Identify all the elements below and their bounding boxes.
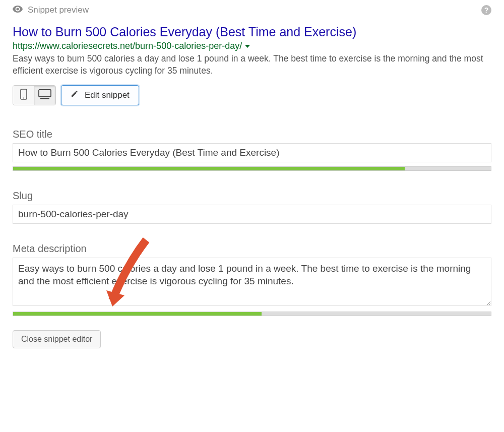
seo-title-progress-fill <box>13 167 405 170</box>
slug-input[interactable] <box>13 205 491 224</box>
preview-url-row[interactable]: https://www.caloriesecrets.net/burn-500-… <box>13 41 491 51</box>
pencil-icon <box>71 90 79 100</box>
seo-title-field: SEO title <box>13 129 491 171</box>
svg-point-2 <box>23 97 24 98</box>
edit-snippet-button[interactable]: Edit snippet <box>61 85 139 105</box>
caret-down-icon <box>245 45 250 48</box>
edit-snippet-label: Edit snippet <box>85 90 130 100</box>
snippet-preview-block: How to Burn 500 Calories Everyday (Best … <box>13 24 491 77</box>
seo-title-input[interactable] <box>13 143 491 162</box>
desktop-view-button[interactable] <box>34 86 55 105</box>
mobile-icon <box>20 89 27 101</box>
seo-title-label: SEO title <box>13 129 491 140</box>
help-icon[interactable]: ? <box>481 5 491 15</box>
close-snippet-editor-button[interactable]: Close snippet editor <box>13 330 101 348</box>
svg-rect-3 <box>39 90 51 97</box>
meta-description-label: Meta description <box>13 243 491 255</box>
meta-description-progress <box>13 312 491 316</box>
desktop-icon <box>38 89 51 101</box>
preview-description[interactable]: Easy ways to burn 500 calories a day and… <box>13 53 491 77</box>
meta-description-input[interactable] <box>13 258 491 306</box>
preview-title[interactable]: How to Burn 500 Calories Everyday (Best … <box>13 24 491 40</box>
meta-description-progress-fill <box>13 312 262 316</box>
preview-controls: Edit snippet <box>13 85 491 105</box>
svg-point-0 <box>16 8 19 10</box>
slug-field: Slug <box>13 190 491 224</box>
close-snippet-editor-label: Close snippet editor <box>21 335 92 344</box>
preview-url: https://www.caloriesecrets.net/burn-500-… <box>13 41 242 51</box>
eye-icon <box>13 5 23 15</box>
seo-title-progress <box>13 166 491 171</box>
svg-rect-4 <box>40 98 49 99</box>
slug-label: Slug <box>13 190 491 202</box>
meta-description-field: Meta description <box>13 243 491 316</box>
mobile-view-button[interactable] <box>13 86 34 105</box>
device-toggle <box>13 85 56 105</box>
snippet-preview-header: Snippet preview ? <box>13 5 491 15</box>
snippet-preview-label: Snippet preview <box>28 5 89 15</box>
